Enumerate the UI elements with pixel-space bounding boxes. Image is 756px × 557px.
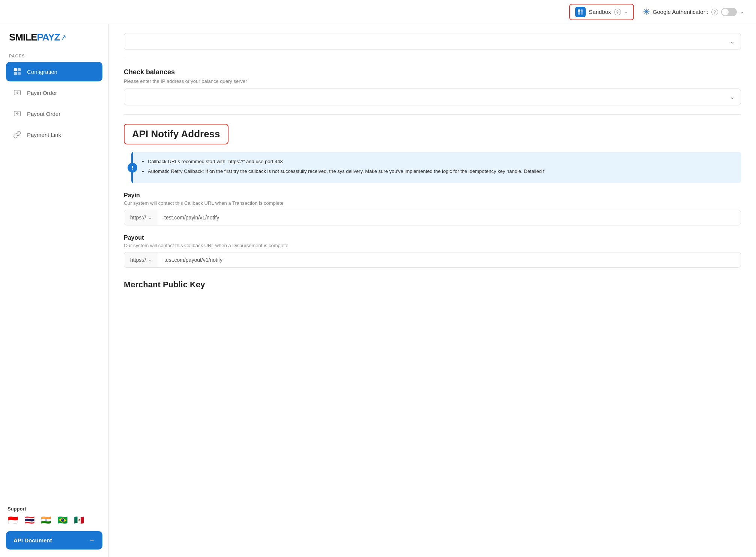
sidebar: SMILE PAYZ ↗ PAGES Configration	[0, 24, 109, 557]
header: Sandbox ? ⌄ ✳ Google Authenticator : ? ⌄	[0, 0, 756, 24]
logo-smile: SMILE	[9, 32, 37, 43]
google-auth-chevron-icon: ⌄	[740, 9, 744, 15]
svg-rect-3	[581, 12, 583, 14]
flag-indonesia: 🇮🇩	[6, 515, 20, 525]
payout-prefix-chevron-icon: ⌄	[148, 257, 152, 263]
pages-label: PAGES	[6, 54, 102, 58]
payin-callback-title: Payin	[124, 192, 741, 199]
payin-url-input[interactable]	[158, 210, 741, 225]
payin-input-row: https:// ⌄	[124, 210, 741, 225]
google-auth-label: Google Authenticator :	[653, 9, 708, 15]
info-bullet-1: Callback URLs recommed start with "https…	[148, 158, 733, 165]
content-wrapper: ⌄ Check balances Please enter the IP add…	[109, 24, 756, 557]
payin-prefix-selector[interactable]: https:// ⌄	[124, 210, 158, 225]
sidebar-payin-label: Payin Order	[27, 90, 57, 96]
support-label: Support	[6, 506, 102, 512]
sandbox-label: Sandbox	[589, 9, 611, 15]
google-auth-star-icon: ✳	[643, 7, 650, 17]
payin-prefix-chevron-icon: ⌄	[148, 215, 152, 220]
api-notify-header: API Notify Address	[124, 124, 228, 144]
info-bullet-2: Automatic Retry Callback: If on the firs…	[148, 168, 733, 175]
svg-rect-0	[578, 9, 580, 12]
check-balances-chevron-icon: ⌄	[730, 93, 735, 101]
logo-payz: PAYZ	[37, 32, 60, 43]
svg-rect-7	[18, 72, 21, 75]
check-balances-dropdown[interactable]: ⌄	[124, 89, 741, 105]
info-bullets: Callback URLs recommed start with "https…	[140, 158, 733, 175]
flag-thailand: 🇹🇭	[23, 515, 36, 525]
info-icon: !	[128, 163, 137, 173]
api-document-label: API Document	[14, 537, 52, 543]
sidebar-item-configuration[interactable]: Configration	[6, 62, 102, 81]
google-auth-help-icon[interactable]: ?	[711, 9, 718, 15]
check-balances-section: Check balances Please enter the IP addre…	[124, 59, 741, 115]
merchant-public-key-section: Merchant Public Key	[124, 280, 741, 290]
sidebar-bottom: Support 🇮🇩 🇹🇭 🇮🇳 🇧🇷 🇲🇽 API Document →	[6, 506, 102, 549]
payin-callback-desc: Our system will contact this Callback UR…	[124, 200, 741, 206]
sidebar-item-payment-link[interactable]: Payment Link	[6, 125, 102, 144]
sandbox-selector[interactable]: Sandbox ? ⌄	[569, 4, 634, 20]
svg-rect-4	[14, 68, 17, 71]
google-auth-selector[interactable]: ✳ Google Authenticator : ? ⌄	[643, 7, 744, 17]
check-balances-title: Check balances	[124, 68, 741, 76]
top-dropdown-chevron-icon: ⌄	[730, 38, 735, 45]
merchant-public-key-title: Merchant Public Key	[124, 280, 741, 290]
sidebar-payment-link-label: Payment Link	[27, 132, 61, 138]
payin-callback-section: Payin Our system will contact this Callb…	[124, 192, 741, 225]
sandbox-chevron-icon: ⌄	[624, 9, 628, 15]
payout-callback-section: Payout Our system will contact this Call…	[124, 234, 741, 268]
top-dropdown[interactable]: ⌄	[124, 33, 741, 50]
sidebar-item-payout[interactable]: Payout Order	[6, 104, 102, 123]
logo-arrow-icon: ↗	[60, 32, 68, 42]
payin-icon	[12, 87, 23, 98]
flags-row: 🇮🇩 🇹🇭 🇮🇳 🇧🇷 🇲🇽	[6, 515, 102, 525]
payout-callback-desc: Our system will contact this Callback UR…	[124, 243, 741, 248]
payout-callback-title: Payout	[124, 234, 741, 241]
check-balances-desc: Please enter the IP address of your bala…	[124, 78, 741, 84]
payout-input-row: https:// ⌄	[124, 252, 741, 268]
api-document-button[interactable]: API Document →	[6, 531, 102, 549]
sidebar-configuration-label: Configration	[27, 69, 57, 75]
sidebar-payout-label: Payout Order	[27, 111, 60, 117]
api-notify-title: API Notify Address	[132, 128, 220, 140]
svg-rect-5	[18, 68, 21, 71]
payout-icon	[12, 108, 23, 119]
configuration-icon	[12, 66, 23, 77]
svg-rect-1	[581, 9, 583, 12]
flag-brazil: 🇧🇷	[56, 515, 69, 525]
top-dropdown-section: ⌄	[124, 24, 741, 59]
flag-mexico: 🇲🇽	[72, 515, 86, 525]
api-notify-section: API Notify Address ! Callback URLs recom…	[124, 124, 741, 268]
payin-prefix-label: https://	[130, 215, 146, 221]
info-box: ! Callback URLs recommed start with "htt…	[131, 152, 741, 183]
main-content: ⌄ Check balances Please enter the IP add…	[109, 24, 756, 557]
payout-prefix-selector[interactable]: https:// ⌄	[124, 252, 158, 267]
payout-prefix-label: https://	[130, 257, 146, 263]
api-doc-arrow-icon: →	[88, 536, 95, 544]
logo: SMILE PAYZ ↗	[6, 32, 102, 43]
svg-rect-2	[578, 12, 580, 14]
sidebar-nav: Configration Payin Order	[6, 62, 102, 146]
google-auth-toggle[interactable]	[721, 8, 737, 16]
sidebar-item-payin[interactable]: Payin Order	[6, 83, 102, 102]
sandbox-help-icon[interactable]: ?	[614, 9, 621, 15]
payment-link-icon	[12, 129, 23, 140]
sandbox-icon	[575, 7, 586, 17]
flag-india: 🇮🇳	[39, 515, 53, 525]
layout: SMILE PAYZ ↗ PAGES Configration	[0, 24, 756, 557]
payout-url-input[interactable]	[158, 252, 741, 267]
svg-rect-6	[14, 72, 17, 75]
